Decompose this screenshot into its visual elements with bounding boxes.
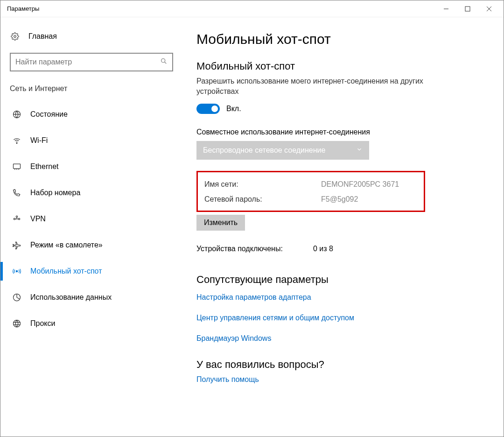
sidebar-item-dialup[interactable]: Набор номера bbox=[10, 180, 173, 206]
search-box[interactable] bbox=[10, 53, 173, 71]
network-password-row: Сетевой пароль: F5@5g092 bbox=[204, 192, 417, 207]
sidebar-item-label: Ethernet bbox=[30, 162, 58, 171]
sidebar-item-label: Состояние bbox=[30, 110, 68, 119]
sidebar-item-hotspot[interactable]: Мобильный хот-спот bbox=[10, 258, 173, 284]
devices-row: Устройства подключены: 0 из 8 bbox=[196, 245, 490, 253]
related-title: Сопутствующие параметры bbox=[196, 274, 490, 286]
network-info-highlight: Имя сети: DEMONF2005PC 3671 Сетевой паро… bbox=[196, 171, 425, 212]
svg-point-9 bbox=[16, 143, 17, 144]
wifi-icon bbox=[12, 136, 22, 145]
devices-value: 0 из 8 bbox=[313, 245, 333, 253]
sidebar-item-label: Мобильный хот-спот bbox=[30, 267, 102, 275]
home-nav[interactable]: Главная bbox=[10, 26, 173, 47]
data-icon bbox=[12, 293, 22, 302]
gear-icon bbox=[10, 32, 20, 41]
page-title: Мобильный хот-спот bbox=[196, 31, 490, 47]
svg-point-14 bbox=[14, 218, 15, 219]
phone-icon bbox=[12, 188, 22, 197]
sidebar-item-datausage[interactable]: Использование данных bbox=[10, 284, 173, 310]
close-button[interactable] bbox=[478, 0, 500, 17]
proxy-icon bbox=[12, 319, 22, 328]
svg-point-21 bbox=[14, 320, 21, 327]
share-connection-label: Совместное использование интернет-соедин… bbox=[196, 128, 490, 136]
globe-icon bbox=[12, 110, 22, 119]
main-panel: Мобильный хот-спот Мобильный хот-спот Ра… bbox=[182, 17, 504, 437]
connection-dropdown[interactable]: Беспроводное сетевое соединение bbox=[196, 141, 369, 160]
sidebar-item-ethernet[interactable]: Ethernet bbox=[10, 154, 173, 180]
chevron-down-icon bbox=[356, 146, 363, 155]
link-adapter-settings[interactable]: Настройка параметров адаптера bbox=[196, 293, 490, 302]
ethernet-icon bbox=[12, 162, 22, 171]
window-controls bbox=[435, 0, 500, 17]
minimize-button[interactable] bbox=[435, 0, 457, 17]
search-input[interactable] bbox=[15, 58, 160, 66]
sidebar-item-wifi[interactable]: Wi-Fi bbox=[10, 127, 173, 154]
hotspot-toggle-row: Вкл. bbox=[196, 104, 490, 114]
sidebar-item-status[interactable]: Состояние bbox=[10, 101, 173, 127]
sidebar-item-label: Прокси bbox=[30, 319, 55, 328]
svg-line-6 bbox=[165, 62, 167, 64]
category-label: Сеть и Интернет bbox=[10, 85, 173, 93]
network-name-label: Имя сети: bbox=[204, 177, 321, 192]
svg-rect-10 bbox=[14, 164, 21, 169]
home-label: Главная bbox=[28, 32, 57, 41]
svg-point-19 bbox=[16, 270, 17, 272]
change-button[interactable]: Изменить bbox=[196, 215, 245, 231]
window-title: Параметры bbox=[4, 5, 39, 12]
network-name-row: Имя сети: DEMONF2005PC 3671 bbox=[204, 177, 417, 192]
sidebar-item-label: VPN bbox=[30, 215, 46, 223]
svg-point-17 bbox=[16, 216, 17, 217]
toggle-state-label: Вкл. bbox=[226, 105, 241, 113]
sidebar-item-proxy[interactable]: Прокси bbox=[10, 310, 173, 337]
airplane-icon bbox=[12, 240, 22, 250]
hotspot-icon bbox=[12, 267, 22, 276]
sidebar-item-label: Использование данных bbox=[30, 293, 112, 302]
svg-point-5 bbox=[161, 59, 165, 63]
network-password-label: Сетевой пароль: bbox=[204, 192, 321, 207]
svg-rect-1 bbox=[465, 7, 470, 11]
svg-point-15 bbox=[18, 218, 20, 219]
link-firewall[interactable]: Брандмауэр Windows bbox=[196, 334, 490, 343]
section-subtitle: Мобильный хот-спот bbox=[196, 60, 490, 72]
network-name-value: DEMONF2005PC 3671 bbox=[321, 177, 399, 192]
settings-window: Параметры Главная Сеть и Интернет Состоя… bbox=[0, 0, 504, 437]
vpn-icon bbox=[12, 214, 22, 224]
questions-title: У вас появились вопросы? bbox=[196, 359, 490, 371]
dropdown-value: Беспроводное сетевое соединение bbox=[203, 146, 325, 155]
network-password-value: F5@5g092 bbox=[321, 192, 358, 207]
sidebar-item-label: Набор номера bbox=[30, 189, 80, 197]
sidebar-item-label: Режим «в самолете» bbox=[30, 241, 103, 249]
sidebar: Главная Сеть и Интернет Состояние Wi-Fi … bbox=[0, 17, 182, 437]
hotspot-toggle[interactable] bbox=[196, 104, 220, 114]
svg-point-4 bbox=[14, 35, 16, 38]
sidebar-item-label: Wi-Fi bbox=[30, 136, 48, 145]
sidebar-item-airplane[interactable]: Режим «в самолете» bbox=[10, 232, 173, 258]
link-network-center[interactable]: Центр управления сетями и общим доступом bbox=[196, 314, 490, 322]
sidebar-item-vpn[interactable]: VPN bbox=[10, 206, 173, 232]
titlebar: Параметры bbox=[0, 0, 504, 17]
search-icon bbox=[160, 57, 168, 67]
maximize-button[interactable] bbox=[457, 0, 478, 17]
section-description: Разрешить использование моего интернет-с… bbox=[196, 76, 439, 97]
devices-label: Устройства подключены: bbox=[196, 245, 313, 253]
link-get-help[interactable]: Получить помощь bbox=[196, 375, 490, 384]
content: Главная Сеть и Интернет Состояние Wi-Fi … bbox=[0, 17, 504, 437]
